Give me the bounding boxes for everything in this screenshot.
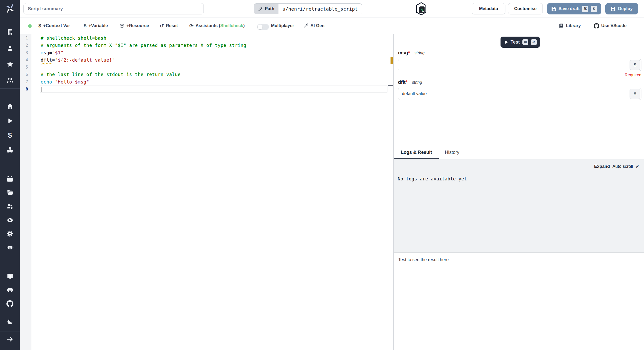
save-draft-button[interactable]: Save draft ⌘ S <box>547 3 601 14</box>
building-icon[interactable] <box>0 29 20 35</box>
pencil-icon <box>258 6 263 11</box>
kbd-s: S <box>591 6 597 12</box>
line-number: 3 <box>20 49 31 56</box>
runs-icon[interactable] <box>0 118 20 124</box>
save-icon <box>611 6 616 11</box>
required-note: Required <box>625 73 641 77</box>
refresh-icon: ⟳ <box>189 23 193 29</box>
sidebar-divider <box>0 88 20 89</box>
overview-ruler[interactable] <box>388 34 394 350</box>
cube-icon <box>120 23 124 28</box>
check-icon: ✓ <box>635 164 639 169</box>
customise-button[interactable]: Customise <box>508 3 543 14</box>
windmill-logo[interactable] <box>0 3 20 14</box>
kbd-enter: ↵ <box>531 39 537 45</box>
undo-icon: ↺ <box>160 23 164 29</box>
dollar-icon: $ <box>84 23 87 29</box>
add-resource-button[interactable]: +Resource <box>120 18 149 34</box>
logs-controls[interactable]: Expand Auto scroll ✓ <box>594 164 639 169</box>
star-icon[interactable] <box>0 61 20 68</box>
path-button[interactable]: Path u/henri/retractable_script <box>254 3 362 14</box>
field-msg-input[interactable] <box>398 59 641 71</box>
users-icon[interactable] <box>0 77 20 84</box>
bash-icon: $ <box>415 2 427 16</box>
play-icon <box>505 40 508 44</box>
dark-mode-icon[interactable] <box>0 318 20 325</box>
deploy-button[interactable]: Deploy <box>605 3 638 14</box>
status-dot <box>28 24 32 28</box>
tab-logs-result[interactable]: Logs & Result <box>401 150 432 155</box>
code-line: 4dflt="${2:-default value}" <box>20 56 388 64</box>
audit-logs-icon[interactable] <box>0 217 20 223</box>
active-tab-underline <box>394 158 439 159</box>
script-summary-input[interactable] <box>23 3 204 14</box>
top-bar: Path u/henri/retractable_script $ Metada… <box>20 0 644 18</box>
field-dflt-wrap: $ <box>398 88 641 100</box>
cursor-marker <box>388 85 393 86</box>
add-variable-button[interactable]: $ +Variable <box>84 18 108 34</box>
sidebar-divider <box>0 331 20 331</box>
result-area: Test to see the result here <box>394 253 644 350</box>
code-line: 1# shellcheck shell=bash <box>20 35 388 42</box>
github-icon <box>594 23 599 29</box>
field-msg-wrap: $ <box>398 59 641 71</box>
path-label-segment: Path <box>254 4 278 14</box>
variable-picker-button[interactable]: $ <box>630 89 640 99</box>
code-lines: 1# shellcheck shell=bash2# arguments of … <box>20 35 388 93</box>
collapse-icon[interactable] <box>0 336 20 343</box>
path-value: u/henri/retractable_script <box>278 4 362 14</box>
test-button[interactable]: Test ⌘ ↵ <box>501 37 540 48</box>
settings-icon[interactable] <box>0 230 20 237</box>
variables-icon[interactable]: $ <box>0 131 20 139</box>
code-line: 6# the last line of the stdout is the re… <box>20 71 388 78</box>
result-placeholder: Test to see the result here <box>398 257 449 262</box>
line-number: 8 <box>20 86 31 93</box>
warning-marker <box>391 57 393 64</box>
line-number: 7 <box>20 78 31 86</box>
line-number: 1 <box>20 35 31 42</box>
logs-area: Expand Auto scroll ✓ No logs are availab… <box>394 159 644 252</box>
assistants-button[interactable]: ⟳ Assistants (Shellcheck) <box>189 18 245 34</box>
resources-icon[interactable] <box>0 146 20 153</box>
test-panel: Test ⌘ ↵ msg* string $ Required dflt* st… <box>394 34 644 350</box>
use-vscode-button[interactable]: Use VScode <box>594 18 626 34</box>
code-line: 8 <box>20 86 388 93</box>
field-label-dflt: dflt* string <box>398 79 422 85</box>
ai-gen-button[interactable]: AI Gen <box>303 18 325 34</box>
editor-toolbar: $ +Context Var $ +Variable +Resource ↺ R… <box>20 18 644 34</box>
dollar-icon: $ <box>38 23 41 29</box>
line-number: 6 <box>20 71 31 78</box>
sidebar: $ <box>0 0 20 350</box>
logs-empty-message: No logs are available yet <box>398 176 467 181</box>
line-number: 4 <box>20 56 31 64</box>
code-line: 7echo "Hello $msg" <box>20 78 388 86</box>
home-icon[interactable] <box>0 103 20 110</box>
multiplayer-toggle[interactable] <box>257 24 269 30</box>
docs-icon[interactable] <box>0 273 20 280</box>
code-line: 3msg="$1" <box>20 49 388 56</box>
folders-icon[interactable] <box>0 189 20 196</box>
text-cursor <box>41 87 41 92</box>
code-line: 2# arguments of the form X="$I" are pars… <box>20 42 388 49</box>
field-label-msg: msg* string <box>398 50 425 56</box>
field-dflt-input[interactable] <box>398 88 641 100</box>
library-button[interactable]: Library <box>559 18 581 34</box>
wand-icon <box>303 23 308 28</box>
workers-icon[interactable] <box>0 244 20 251</box>
reset-button[interactable]: ↺ Reset <box>160 18 178 34</box>
add-context-var-button[interactable]: $ +Context Var <box>38 18 70 34</box>
code-editor[interactable]: 1# shellcheck shell=bash2# arguments of … <box>20 34 388 350</box>
tab-history[interactable]: History <box>445 150 459 155</box>
github-icon[interactable] <box>0 300 20 307</box>
expand-button[interactable]: Expand <box>594 164 610 169</box>
metadata-button[interactable]: Metadata <box>472 3 505 14</box>
user-icon[interactable] <box>0 45 20 52</box>
autoscroll-toggle[interactable]: Auto scroll <box>613 164 633 169</box>
line-number: 2 <box>20 42 31 49</box>
variable-picker-button[interactable]: $ <box>630 60 640 70</box>
code-line: 5 <box>20 64 388 71</box>
schedules-icon[interactable] <box>0 176 20 182</box>
line-number: 5 <box>20 64 31 71</box>
groups-icon[interactable] <box>0 203 20 210</box>
discord-icon[interactable] <box>0 287 20 293</box>
